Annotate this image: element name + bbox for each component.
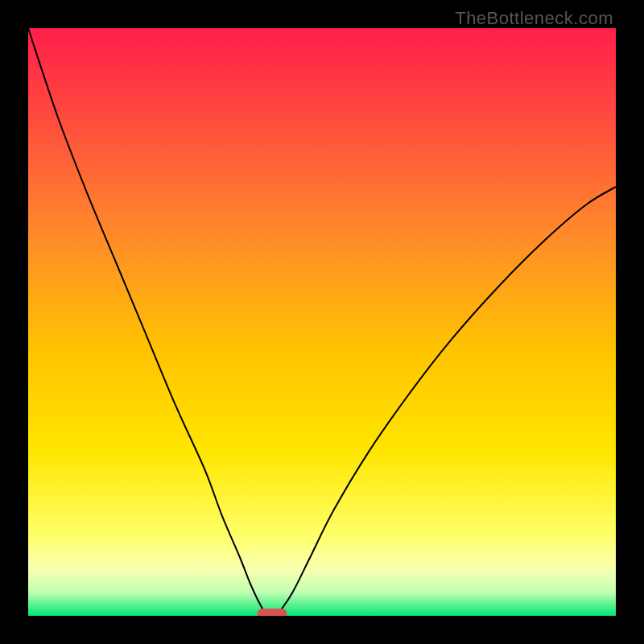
plot-area [28, 28, 616, 616]
chart-container: TheBottleneck.com [0, 0, 644, 644]
watermark-text: TheBottleneck.com [455, 8, 613, 29]
minimum-marker [258, 609, 287, 616]
gradient-background [28, 28, 616, 616]
chart-svg [28, 28, 616, 616]
